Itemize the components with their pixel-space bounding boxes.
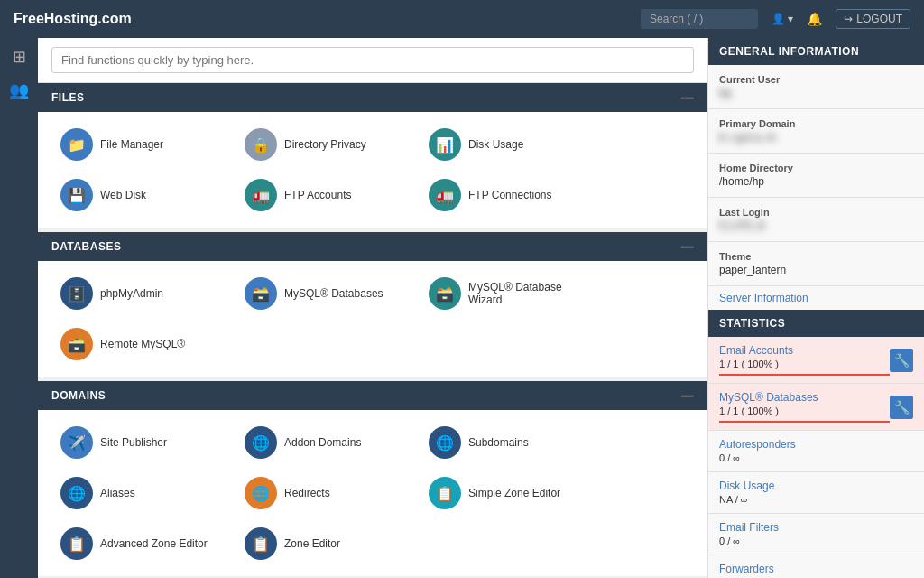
primary-domain-value: b..r.g.k.a..m	[719, 131, 913, 144]
header-right: 👤 ▾ 🔔 ↪ LOGOUT	[641, 9, 910, 29]
zone-editor-icon: 📋	[245, 527, 277, 560]
mysql-wizard-item[interactable]: 🗃️ MySQL® Database Wizard	[420, 270, 600, 317]
files-section-header: FILES —	[38, 83, 707, 112]
domains-section: DOMAINS — ✈️ Site Publisher 🌐 Addon Doma…	[38, 381, 707, 576]
autoresponders-stat: Autoresponders 0 / ∞	[708, 431, 924, 472]
current-user-section: Current User hp	[708, 65, 924, 109]
web-disk-icon: 💾	[60, 179, 93, 211]
email-accounts-stat: Email Accounts 1 / 1 ( 100% ) 🔧	[708, 337, 924, 384]
files-section: FILES — 📁 File Manager 🔒 Directory Priva…	[38, 83, 707, 228]
site-publisher-item[interactable]: ✈️ Site Publisher	[51, 419, 232, 466]
email-accounts-stat-icon[interactable]: 🔧	[890, 349, 913, 372]
ftp-connections-item[interactable]: 🚛 FTP Connections	[420, 172, 600, 219]
domains-section-body: ✈️ Site Publisher 🌐 Addon Domains 🌐 Subd…	[38, 410, 707, 576]
email-filters-stat: Email Filters 0 / ∞	[708, 514, 924, 555]
grid-icon[interactable]: ⊞	[13, 47, 26, 67]
header-user-icon: 👤 ▾	[772, 13, 793, 25]
users-icon[interactable]: 👥	[9, 80, 29, 100]
last-login-section: Last Login 5.1.P.5..8	[708, 198, 924, 242]
ftp-accounts-item[interactable]: 🚛 FTP Accounts	[236, 172, 416, 219]
domains-minimize-button[interactable]: —	[681, 388, 695, 403]
addon-domains-icon: 🌐	[245, 426, 277, 459]
site-publisher-icon: ✈️	[60, 426, 93, 459]
advanced-zone-editor-item[interactable]: 📋 Advanced Zone Editor	[51, 520, 232, 567]
right-panel: GENERAL INFORMATION Current User hp Prim…	[707, 38, 924, 578]
mysql-databases-icon: 🗃️	[245, 277, 277, 310]
site-logo: FreeHosting.com	[14, 11, 641, 27]
header-search-input[interactable]	[641, 9, 758, 29]
phpmyadmin-icon: 🗄️	[60, 277, 93, 310]
advanced-zone-icon: 📋	[60, 527, 93, 560]
zone-editor-item[interactable]: 📋 Zone Editor	[236, 520, 416, 567]
mysql-databases-item[interactable]: 🗃️ MySQL® Databases	[236, 270, 416, 317]
mysql-stat-icon[interactable]: 🔧	[890, 396, 913, 419]
simple-zone-editor-item[interactable]: 📋 Simple Zone Editor	[420, 470, 600, 517]
redirects-icon: 🌐	[245, 477, 277, 509]
forwarders-stat: Forwarders 0 / ∞	[708, 555, 924, 578]
subdomains-item[interactable]: 🌐 Subdomains	[420, 419, 600, 466]
redirects-item[interactable]: 🌐 Redirects	[236, 470, 416, 517]
ftp-accounts-icon: 🚛	[245, 179, 277, 211]
databases-section-body: 🗄️ phpMyAdmin 🗃️ MySQL® Databases 🗃️ MyS…	[38, 261, 707, 377]
phpmyadmin-item[interactable]: 🗄️ phpMyAdmin	[51, 270, 232, 317]
files-section-body: 📁 File Manager 🔒 Directory Privacy 📊 Dis…	[38, 112, 707, 228]
databases-section: DATABASES — 🗄️ phpMyAdmin 🗃️ MySQL® Data…	[38, 232, 707, 377]
main-layout: ⊞ 👥 FILES — 📁 File Manager 🔒 Directory P…	[0, 38, 924, 578]
last-login-value: 5.1.P.5..8	[719, 219, 913, 232]
header: FreeHosting.com 👤 ▾ 🔔 ↪ LOGOUT	[0, 0, 924, 38]
home-directory-section: Home Directory /home/hp	[708, 154, 924, 198]
function-search-input[interactable]	[51, 47, 694, 73]
mysql-stat: MySQL® Databases 1 / 1 ( 100% ) 🔧	[708, 384, 924, 431]
aliases-icon: 🌐	[60, 477, 93, 509]
ftp-connections-icon: 🚛	[429, 179, 461, 211]
theme-section: Theme paper_lantern	[708, 242, 924, 286]
addon-domains-item[interactable]: 🌐 Addon Domains	[236, 419, 416, 466]
general-info-header: GENERAL INFORMATION	[708, 38, 924, 65]
sidebar: ⊞ 👥	[0, 38, 38, 578]
current-user-value: hp	[719, 87, 913, 99]
content-area: FILES — 📁 File Manager 🔒 Directory Priva…	[38, 38, 707, 578]
databases-minimize-button[interactable]: —	[681, 239, 695, 254]
directory-privacy-icon: 🔒	[245, 128, 277, 161]
simple-zone-icon: 📋	[429, 477, 461, 509]
subdomains-icon: 🌐	[429, 426, 461, 459]
databases-section-header: DATABASES —	[38, 232, 707, 261]
domains-section-header: DOMAINS —	[38, 381, 707, 410]
theme-value: paper_lantern	[719, 264, 913, 276]
logout-button[interactable]: ↪ LOGOUT	[836, 9, 910, 29]
logout-icon: ↪	[844, 13, 853, 25]
home-directory-value: /home/hp	[719, 175, 913, 188]
files-minimize-button[interactable]: —	[681, 90, 695, 105]
disk-usage-stat: Disk Usage NA / ∞	[708, 472, 924, 514]
search-bar-container	[38, 38, 707, 83]
directory-privacy-item[interactable]: 🔒 Directory Privacy	[236, 121, 416, 168]
remote-mysql-icon: 🗃️	[60, 328, 93, 360]
file-manager-item[interactable]: 📁 File Manager	[51, 121, 232, 168]
aliases-item[interactable]: 🌐 Aliases	[51, 470, 232, 517]
file-manager-icon: 📁	[60, 128, 93, 161]
server-info-link[interactable]: Server Information	[708, 286, 924, 310]
disk-usage-item[interactable]: 📊 Disk Usage	[420, 121, 600, 168]
mysql-wizard-icon: 🗃️	[429, 277, 461, 310]
primary-domain-section: Primary Domain b..r.g.k.a..m	[708, 109, 924, 154]
web-disk-item[interactable]: 💾 Web Disk	[51, 172, 232, 219]
remote-mysql-item[interactable]: 🗃️ Remote MySQL®	[51, 321, 232, 368]
disk-usage-icon: 📊	[429, 128, 461, 161]
bell-icon[interactable]: 🔔	[807, 12, 822, 26]
statistics-header: STATISTICS	[708, 310, 924, 337]
